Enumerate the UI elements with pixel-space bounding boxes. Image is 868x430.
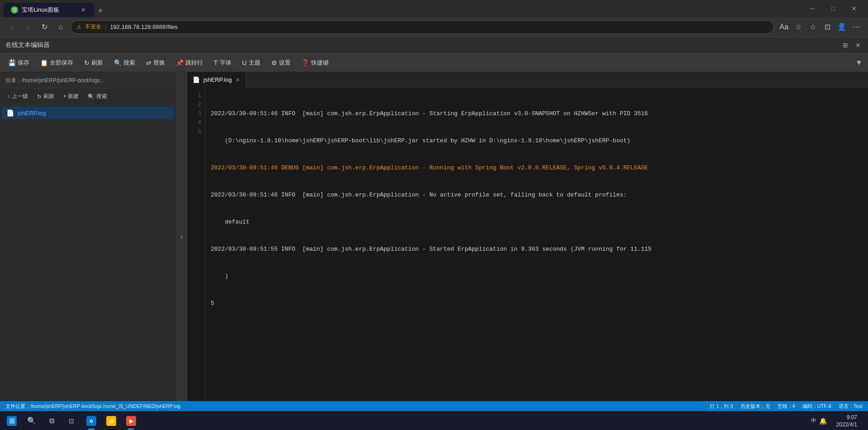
dir-label: 目录：/home/jshERP/jshERP-boot/logs...: [5, 77, 104, 84]
toolbar-expand-btn[interactable]: ▼: [854, 57, 864, 68]
nav-action-buttons: Aa ☆ ☆ ⊡ 👤 ⋯: [778, 21, 863, 33]
forward-btn[interactable]: ›: [22, 21, 34, 33]
url-separator: |: [105, 23, 106, 30]
clock-time: 9:07: [836, 414, 857, 421]
search-icon: 🔍: [114, 59, 122, 66]
editor-content[interactable]: 1 2 3 4 5 2022/03/30-09:51:46 INFO [main…: [187, 88, 868, 401]
editor-tab-name: jshERP.log: [203, 76, 232, 83]
home-btn[interactable]: ⌂: [54, 21, 67, 33]
edge-icon: e: [86, 416, 96, 426]
file-name: jshERP.log: [18, 110, 46, 117]
browser-minimize-btn[interactable]: ─: [802, 0, 823, 17]
back-btn[interactable]: ‹: [5, 21, 18, 33]
code-editor[interactable]: 2022/03/30-09:51:46 INFO [main] com.jsh.…: [205, 88, 868, 401]
task-view-btn[interactable]: ⧉: [42, 411, 61, 430]
extensions-btn[interactable]: ⊡: [821, 21, 834, 33]
file-sidebar: 目录：/home/jshERP/jshERP-boot/logs... ↑ 上一…: [0, 72, 176, 401]
language-status: 语言：Text: [839, 403, 863, 410]
encoding-status: 编码：UTF-8: [802, 403, 831, 410]
file-item[interactable]: 📄 jshERP.log: [2, 107, 174, 119]
clock-date: 2022/4/1: [836, 421, 857, 428]
browser-tab[interactable]: 宝 宝塔Linux面板 ✕: [4, 3, 94, 17]
browser-restore-btn[interactable]: □: [823, 0, 844, 17]
up-dir-btn[interactable]: ↑ 上一级: [4, 91, 32, 102]
theme-icon: U: [242, 59, 247, 66]
settings-btn[interactable]: ⚙ 设置: [267, 57, 295, 69]
not-secure-label: 不安全: [85, 23, 101, 31]
refresh-icon: ↻: [84, 59, 90, 66]
editor-tabs: 📄 jshERP.log ✕: [187, 72, 868, 88]
favorites-btn[interactable]: ☆: [792, 21, 805, 33]
save-btn[interactable]: 💾 保存: [4, 57, 34, 69]
editor-tab[interactable]: 📄 jshERP.log ✕: [187, 72, 246, 88]
file-list: 📄 jshERP.log: [0, 105, 176, 401]
system-tray: 中 🔔: [807, 417, 830, 425]
app-window-buttons: ⊞ ✕: [841, 41, 863, 50]
font-icon: T: [214, 59, 218, 66]
explorer-icon: 📁: [106, 416, 116, 426]
search-file-icon: 🔍: [88, 93, 94, 100]
new-file-btn[interactable]: + 新建: [60, 91, 82, 102]
code-line-1b: (D:\nginx-1.9.10\home\jshERP\jshERP-boot…: [211, 136, 863, 145]
status-bar: 文件位置：/home/jshERP/jshERP-boot/logs.home_…: [0, 401, 868, 411]
code-line-2: 2022/03/30-09:51:46 DEBUG [main] com.jsh…: [211, 164, 863, 173]
collections-btn[interactable]: ☆: [807, 21, 819, 33]
refresh-file-btn[interactable]: ↻ 刷新: [80, 57, 108, 69]
indent-status: 空格：4: [778, 403, 795, 410]
taskbar-clock[interactable]: 9:07 2022/4/1: [832, 414, 861, 428]
goto-line-btn[interactable]: 📌 跳转行: [171, 57, 208, 69]
save-all-btn[interactable]: 📋 全部保存: [36, 57, 78, 69]
editor-tab-icon: 📄: [193, 76, 200, 83]
address-bar[interactable]: ⚠ 不安全 | 192.168.78.128:8888/files: [71, 20, 774, 34]
nav-bar: ‹ › ↻ ⌂ ⚠ 不安全 | 192.168.78.128:8888/file…: [0, 17, 868, 37]
taskbar-right: 中 🔔 9:07 2022/4/1: [807, 414, 866, 428]
cursor-position-status: 行 1，列 0: [710, 403, 733, 410]
refresh-dir-btn[interactable]: ↻ 刷新: [33, 91, 58, 102]
app-title: 在线文本编辑器: [5, 41, 841, 49]
file-icon: 📄: [6, 109, 14, 117]
profile-btn[interactable]: 👤: [835, 21, 848, 33]
taskbar-widgets-btn[interactable]: ⊡: [61, 411, 81, 430]
save-icon: 💾: [8, 59, 16, 66]
replace-btn[interactable]: ⇄ 替换: [142, 57, 170, 69]
main-area: 目录：/home/jshERP/jshERP-boot/logs... ↑ 上一…: [0, 72, 868, 401]
app-icon: ▶: [126, 416, 136, 426]
security-warn-icon: ⚠: [76, 24, 81, 30]
taskbar-search-btn[interactable]: 🔍: [22, 411, 42, 430]
start-menu-btn[interactable]: ⊞: [2, 411, 22, 430]
tab-close-btn[interactable]: ✕: [80, 6, 87, 14]
theme-btn[interactable]: U 主题: [238, 57, 265, 69]
code-line-5: 5: [211, 299, 863, 308]
taskbar-search-icon: 🔍: [27, 416, 37, 426]
sidebar-collapse-btn[interactable]: ‹: [176, 72, 187, 401]
read-mode-btn[interactable]: Aa: [778, 21, 790, 33]
app-expand-btn[interactable]: ⊞: [841, 41, 850, 50]
new-tab-btn[interactable]: +: [94, 5, 107, 17]
taskbar-edge-btn[interactable]: e: [81, 411, 101, 430]
tab-favicon: 宝: [11, 6, 18, 14]
task-view-icon: ⧉: [47, 416, 57, 426]
font-btn[interactable]: T 字体: [209, 57, 236, 69]
shortcuts-btn[interactable]: ❓ 快捷键: [297, 57, 333, 69]
taskbar: ⊞ 🔍 ⧉ ⊡ e 📁 ▶ 中 🔔 9:07 2022/4/1: [0, 411, 868, 430]
line-numbers: 1 2 3 4 5: [187, 88, 205, 401]
search-file-btn[interactable]: 🔍 搜索: [84, 91, 111, 102]
browser-close-btn[interactable]: ✕: [844, 0, 864, 17]
shortcuts-icon: ❓: [302, 59, 309, 66]
app-close-btn[interactable]: ✕: [854, 41, 863, 50]
code-line-4: 2022/03/30-09:51:55 INFO [main] com.jsh.…: [211, 245, 863, 254]
taskbar-app-btn[interactable]: ▶: [121, 411, 141, 430]
tab-bar: 宝 宝塔Linux面板 ✕ + ─ □ ✕: [0, 0, 868, 17]
tray-notification-icon[interactable]: 🔔: [819, 417, 827, 425]
tray-keyboard-icon: 中: [811, 417, 816, 425]
code-line-1: 2022/03/30-09:51:46 INFO [main] com.jsh.…: [211, 109, 863, 118]
sidebar-header: 目录：/home/jshERP/jshERP-boot/logs...: [0, 72, 176, 89]
settings-icon: ⚙: [271, 59, 277, 66]
goto-icon: 📌: [176, 59, 184, 66]
settings-menu-btn[interactable]: ⋯: [850, 21, 863, 33]
search-text-btn[interactable]: 🔍 搜索: [109, 57, 140, 69]
taskbar-explorer-btn[interactable]: 📁: [101, 411, 121, 430]
refresh-btn[interactable]: ↻: [38, 21, 51, 33]
editor-tab-close-btn[interactable]: ✕: [236, 77, 240, 83]
app-titlebar: 在线文本编辑器 ⊞ ✕: [0, 37, 868, 53]
